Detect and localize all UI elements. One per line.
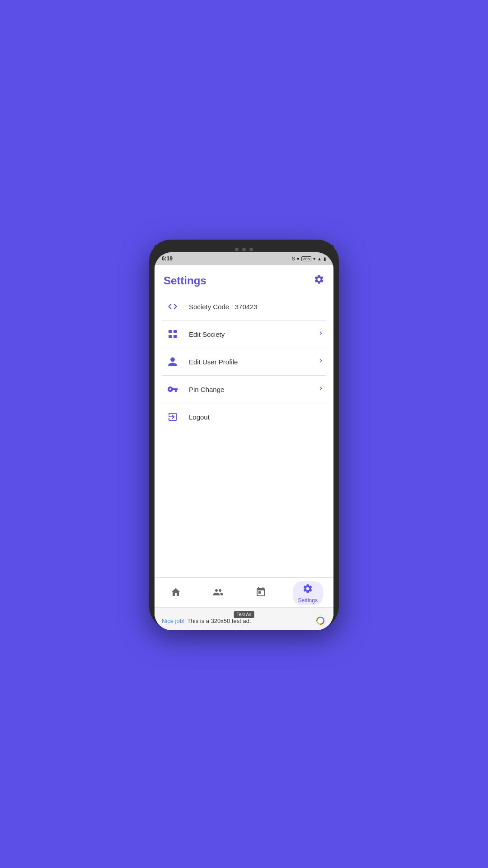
ad-description: This is a 320x50 test ad.: [188, 618, 251, 624]
key-icon: [164, 384, 182, 395]
skype-icon: S: [292, 256, 295, 261]
pin-change-chevron: [317, 385, 324, 394]
status-icons: S ♥ VPN ▾ ▲ ▮: [292, 256, 326, 261]
menu-item-edit-user-profile[interactable]: Edit User Profile: [162, 348, 326, 376]
nav-home[interactable]: [165, 585, 187, 602]
header: Settings: [155, 265, 333, 293]
calendar-icon: [255, 587, 266, 600]
wifi-icon: ▾: [313, 256, 315, 261]
nav-calendar[interactable]: [250, 585, 272, 602]
code-icon: [164, 301, 182, 312]
logout-label: Logout: [189, 413, 324, 421]
page-title: Settings: [164, 274, 206, 287]
edit-society-chevron: [317, 330, 324, 339]
nav-settings-label: Settings: [298, 597, 318, 604]
society-code-label: Society Code : 370423: [189, 303, 258, 311]
phone-frame: 6:19 S ♥ VPN ▾ ▲ ▮ Settings: [149, 240, 339, 628]
header-gear-icon[interactable]: [314, 274, 324, 288]
logout-icon: [164, 411, 182, 422]
bottom-nav: Settings: [155, 577, 333, 607]
app-content: Settings Society Code : 370423: [155, 265, 333, 630]
person-icon: [164, 356, 182, 367]
menu-item-society-code[interactable]: Society Code : 370423: [162, 293, 326, 321]
menu-item-pin-change[interactable]: Pin Change: [162, 376, 326, 403]
grid-icon: [164, 329, 182, 340]
nav-people[interactable]: [207, 585, 229, 602]
battery-icon: ▮: [324, 256, 326, 261]
edit-society-label: Edit Society: [189, 330, 317, 338]
status-time: 6:19: [162, 255, 173, 262]
ad-banner: Test Ad Nice job! This is a 320x50 test …: [155, 607, 333, 630]
nav-gear-icon: [302, 583, 313, 596]
menu-item-edit-society[interactable]: Edit Society: [162, 321, 326, 348]
phone-screen: 6:19 S ♥ VPN ▾ ▲ ▮ Settings: [155, 252, 333, 630]
nav-settings[interactable]: Settings: [293, 581, 323, 605]
home-icon: [170, 587, 181, 600]
ad-logo-icon: [314, 615, 326, 627]
ad-tag: Test Ad: [234, 611, 254, 618]
edit-user-profile-label: Edit User Profile: [189, 358, 317, 366]
menu-item-logout[interactable]: Logout: [162, 403, 326, 430]
pin-change-label: Pin Change: [189, 386, 317, 393]
ad-banner-inner: Test Ad Nice job! This is a 320x50 test …: [162, 611, 326, 627]
menu-list: Society Code : 370423 Edit Society: [155, 293, 333, 577]
ad-nice-job: Nice job!: [162, 618, 185, 624]
heart-icon: ♥: [297, 256, 300, 261]
people-icon: [213, 587, 224, 600]
vpn-icon: VPN: [301, 256, 311, 261]
edit-user-profile-chevron: [317, 357, 324, 367]
status-bar: 6:19 S ♥ VPN ▾ ▲ ▮: [155, 252, 333, 265]
signal-icon: ▲: [317, 256, 322, 261]
